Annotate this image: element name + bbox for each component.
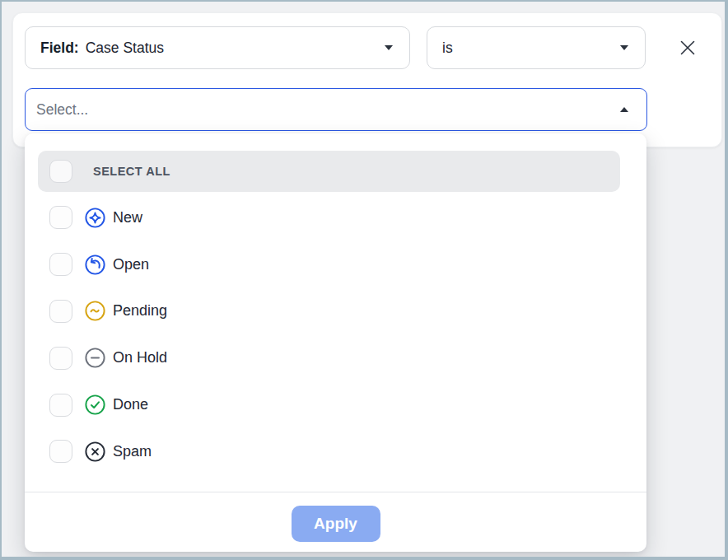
option-done[interactable]: Done <box>25 381 646 428</box>
status-multiselect-input[interactable]: Select... <box>25 88 647 131</box>
option-label: Pending <box>113 302 167 320</box>
close-icon <box>678 38 698 60</box>
chevron-up-icon <box>620 107 628 112</box>
option-spam-checkbox[interactable] <box>49 440 72 463</box>
select-all-checkbox[interactable] <box>49 160 72 183</box>
option-pending[interactable]: Pending <box>25 288 646 335</box>
option-label: On Hold <box>113 349 167 366</box>
pending-status-icon <box>83 299 107 323</box>
filter-card: Field: Case Status is Select... <box>12 12 722 147</box>
option-done-checkbox[interactable] <box>49 394 72 417</box>
option-pending-checkbox[interactable] <box>49 300 72 323</box>
field-dropdown[interactable]: Field: Case Status <box>25 26 410 69</box>
field-dropdown-value: Case Status <box>86 40 164 57</box>
option-open-checkbox[interactable] <box>49 253 72 276</box>
status-dropdown-menu: SELECT ALL New <box>25 133 646 552</box>
option-label: New <box>113 209 142 226</box>
spam-status-icon <box>83 440 107 464</box>
select-all-label: SELECT ALL <box>93 165 170 178</box>
multiselect-placeholder: Select... <box>36 101 620 119</box>
new-status-icon <box>83 206 107 230</box>
status-options-list: New Open <box>25 194 646 475</box>
option-label: Done <box>113 396 148 413</box>
select-all-option[interactable]: SELECT ALL <box>38 151 620 192</box>
option-spam[interactable]: Spam <box>25 428 646 475</box>
option-label: Spam <box>113 443 152 460</box>
option-new-checkbox[interactable] <box>49 206 72 229</box>
chevron-down-icon <box>620 45 628 50</box>
filter-widget: Field: Case Status is Select... <box>0 0 728 560</box>
option-on-hold[interactable]: On Hold <box>25 334 646 381</box>
option-on-hold-checkbox[interactable] <box>49 347 72 370</box>
open-status-icon <box>83 253 107 277</box>
chevron-down-icon <box>385 45 393 50</box>
apply-button[interactable]: Apply <box>292 506 380 542</box>
divider <box>25 492 646 492</box>
done-status-icon <box>83 393 107 417</box>
operator-dropdown[interactable]: is <box>427 26 646 69</box>
operator-dropdown-value: is <box>442 40 453 57</box>
option-open[interactable]: Open <box>25 241 646 288</box>
onhold-status-icon <box>83 346 107 370</box>
field-dropdown-label: Field: <box>40 40 79 57</box>
option-label: Open <box>113 256 149 273</box>
option-new[interactable]: New <box>25 194 646 241</box>
close-filter-button[interactable] <box>675 36 700 61</box>
